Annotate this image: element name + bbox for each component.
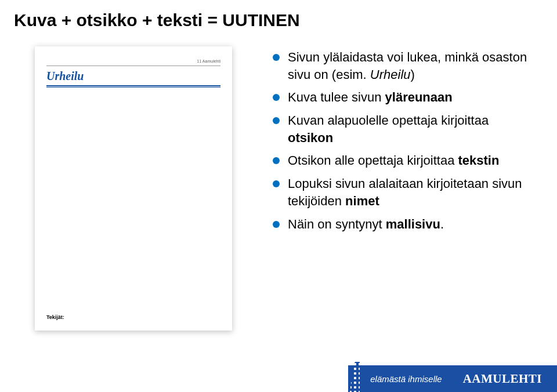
- bullet-list: Sivun ylälaidasta voi lukea, minkä osast…: [273, 46, 534, 331]
- bullet-text: Kuva tulee sivun: [288, 90, 385, 104]
- bullet-text-bold: tekstin: [458, 153, 500, 168]
- list-item: Otsikon alle opettaja kirjoittaa tekstin: [273, 152, 534, 169]
- brand-logo: AAMULEHTI: [463, 372, 542, 386]
- list-item: Lopuksi sivun alalaitaan kirjoitetaan si…: [273, 175, 534, 209]
- bullet-text-bold: mallisivu: [386, 217, 440, 231]
- content-row: 11 Aamulehti Urheilu Tekijät: Sivun yläl…: [0, 30, 557, 331]
- bullet-text: Kuvan alapuolelle opettaja kirjoittaa: [288, 113, 489, 128]
- bullet-text: Otsikon alle opettaja kirjoittaa: [288, 153, 458, 168]
- page-preview: 11 Aamulehti Urheilu Tekijät:: [35, 46, 232, 331]
- bullet-text: ): [411, 67, 415, 82]
- bullet-text-italic: Urheilu: [370, 67, 411, 82]
- list-item: Sivun ylälaidasta voi lukea, minkä osast…: [273, 49, 534, 83]
- bullet-text-bold: nimet: [345, 194, 379, 208]
- preview-rule-thick: [46, 85, 220, 86]
- bullet-text-bold: yläreunaan: [385, 90, 453, 104]
- slide-title: Kuva + otsikko + teksti = UUTINEN: [0, 0, 557, 30]
- list-item: Kuvan alapuolelle opettaja kirjoittaa ot…: [273, 112, 534, 146]
- footer-tagline: elämästä ihmiselle: [348, 365, 454, 392]
- preview-top-meta: 11 Aamulehti: [46, 59, 220, 66]
- preview-rule-thin: [46, 87, 220, 88]
- preview-footer-label: Tekijät:: [46, 314, 64, 320]
- footer-brand-box: AAMULEHTI: [455, 365, 557, 392]
- bullet-text: Lopuksi sivun alalaitaan kirjoitetaan si…: [288, 176, 522, 208]
- bullet-text: Näin on syntynyt: [288, 217, 386, 231]
- bullet-text-bold: otsikon: [288, 130, 333, 145]
- preview-section-title: Urheilu: [46, 66, 220, 85]
- page-preview-inner: 11 Aamulehti Urheilu Tekijät:: [46, 59, 220, 320]
- footer: elämästä ihmiselle AAMULEHTI: [348, 365, 557, 392]
- list-item: Kuva tulee sivun yläreunaan: [273, 89, 534, 106]
- list-item: Näin on syntynyt mallisivu.: [273, 216, 534, 233]
- bullet-text: .: [440, 217, 444, 231]
